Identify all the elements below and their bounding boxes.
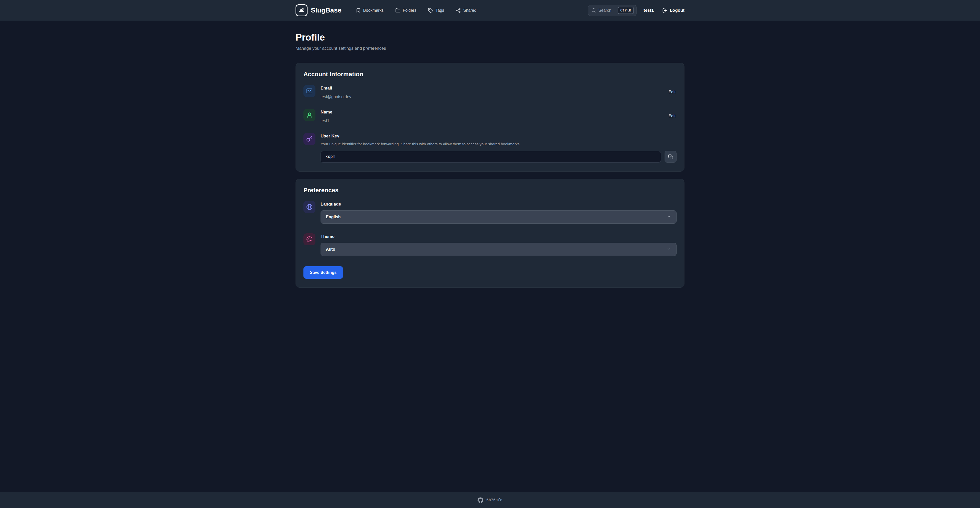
user-key-label: User Key: [321, 133, 676, 139]
top-nav-bar: SlugBase Bookmarks Folders Tags Shared: [0, 0, 980, 21]
bookmark-icon: [356, 8, 361, 13]
account-information-card: Account Information Email test@ghotso.de…: [296, 63, 684, 171]
logout-button[interactable]: Logout: [662, 8, 684, 13]
save-settings-button[interactable]: Save Settings: [304, 266, 343, 279]
email-label: Email: [321, 85, 667, 91]
user-key-input[interactable]: [321, 151, 661, 163]
nav-item-label: Bookmarks: [363, 8, 383, 13]
nav-item-label: Tags: [435, 8, 444, 13]
key-icon: [304, 133, 315, 145]
mail-icon: [304, 85, 315, 97]
preferences-card-heading: Preferences: [304, 187, 676, 194]
search-icon: [591, 8, 596, 13]
search-placeholder: Search: [598, 8, 611, 13]
footer: 6b76cfc: [0, 492, 980, 508]
nav-links: Bookmarks Folders Tags Shared: [356, 8, 476, 13]
page-title: Profile: [296, 32, 684, 43]
edit-name-button[interactable]: Edit: [667, 112, 676, 120]
search-input[interactable]: Search CtrlK: [588, 5, 636, 16]
theme-select[interactable]: Auto: [321, 243, 676, 256]
language-label: Language: [321, 201, 676, 207]
github-icon[interactable]: [477, 497, 484, 503]
commit-hash-link[interactable]: 6b76cfc: [486, 498, 502, 502]
user-key-row: User Key Your unique identifier for book…: [304, 133, 676, 163]
theme-row: Theme Auto: [304, 233, 676, 256]
brand-home-link[interactable]: SlugBase: [296, 4, 342, 16]
page-subtitle: Manage your account settings and prefere…: [296, 46, 684, 51]
logout-label: Logout: [670, 8, 684, 13]
chevron-down-icon: [667, 247, 671, 252]
email-row: Email test@ghotso.dev Edit: [304, 85, 676, 99]
preferences-card: Preferences Language English: [296, 179, 684, 288]
language-select[interactable]: English: [321, 210, 676, 224]
brand-name: SlugBase: [311, 6, 342, 14]
globe-icon: [304, 201, 315, 213]
nav-item-bookmarks[interactable]: Bookmarks: [356, 8, 383, 13]
nav-item-shared[interactable]: Shared: [456, 8, 476, 13]
edit-email-button[interactable]: Edit: [667, 88, 676, 96]
palette-icon: [304, 233, 315, 245]
theme-selected-value: Auto: [326, 247, 335, 252]
nav-item-tags[interactable]: Tags: [428, 8, 444, 13]
copy-user-key-button[interactable]: [665, 151, 676, 163]
chevron-down-icon: [667, 214, 671, 220]
slug-icon: [296, 4, 307, 16]
language-row: Language English: [304, 201, 676, 224]
nav-item-folders[interactable]: Folders: [395, 8, 416, 13]
account-card-heading: Account Information: [304, 71, 676, 78]
nav-item-label: Shared: [463, 8, 476, 13]
username-label: test1: [644, 8, 654, 13]
nav-item-label: Folders: [403, 8, 416, 13]
share-icon: [456, 8, 461, 13]
logout-icon: [662, 8, 667, 13]
name-value: test1: [321, 119, 667, 123]
folder-icon: [395, 8, 401, 13]
search-shortcut-badge: CtrlK: [617, 7, 634, 14]
user-key-description: Your unique identifier for bookmark forw…: [321, 142, 676, 146]
theme-label: Theme: [321, 233, 676, 239]
tag-icon: [428, 8, 433, 13]
name-label: Name: [321, 109, 667, 115]
copy-icon: [668, 154, 673, 159]
email-value: test@ghotso.dev: [321, 95, 667, 99]
language-selected-value: English: [326, 215, 341, 219]
user-icon: [304, 109, 315, 121]
name-row: Name test1 Edit: [304, 109, 676, 123]
